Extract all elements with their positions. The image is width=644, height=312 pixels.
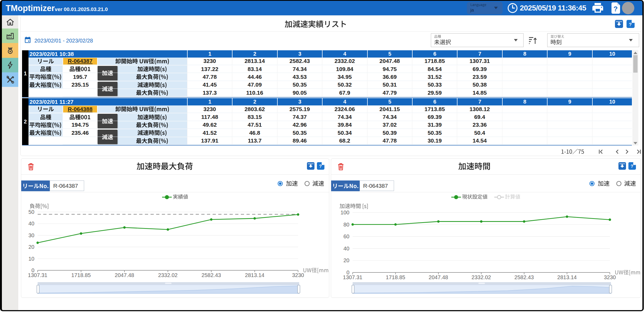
svg-text:?: ? (631, 164, 633, 169)
svg-text:40: 40 (344, 246, 349, 251)
svg-text:1307.31: 1307.31 (343, 274, 362, 280)
svg-text:?: ? (319, 164, 322, 169)
svg-text:10: 10 (28, 256, 34, 262)
svg-text:2047.48: 2047.48 (115, 272, 134, 278)
svg-text:30: 30 (28, 232, 34, 238)
svg-text:2047.48: 2047.48 (429, 274, 448, 280)
svg-text:2813.14: 2813.14 (557, 274, 577, 280)
svg-text:2582.43: 2582.43 (202, 272, 221, 278)
svg-text:20: 20 (344, 257, 349, 263)
svg-text:1718.85: 1718.85 (386, 274, 405, 280)
svg-text:80: 80 (344, 222, 349, 228)
svg-text:?: ? (629, 22, 632, 27)
svg-text:20: 20 (28, 244, 34, 250)
svg-text:1718.85: 1718.85 (71, 272, 91, 278)
svg-text:2582.43: 2582.43 (514, 274, 534, 280)
svg-text:50: 50 (28, 209, 34, 215)
svg-text:1307.31: 1307.31 (28, 272, 47, 278)
svg-text:60: 60 (344, 233, 349, 239)
svg-text:2332.02: 2332.02 (471, 274, 491, 280)
svg-text:2813.14: 2813.14 (245, 272, 264, 278)
svg-text:2332.02: 2332.02 (158, 272, 177, 278)
svg-text:100: 100 (341, 210, 349, 215)
svg-text:3230: 3230 (604, 274, 616, 280)
svg-text:3230: 3230 (292, 272, 304, 278)
svg-text:?: ? (613, 5, 618, 13)
svg-text:40: 40 (28, 221, 34, 226)
